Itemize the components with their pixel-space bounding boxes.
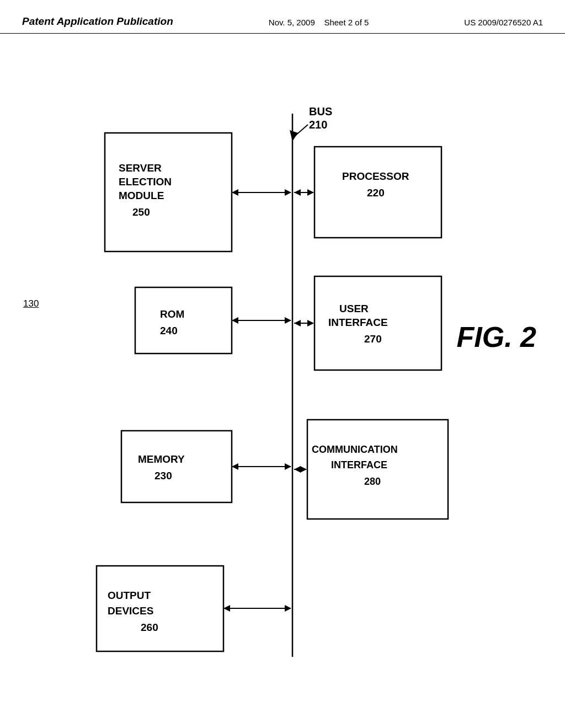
svg-text:USER: USER [339,303,369,314]
svg-marker-28 [294,320,301,326]
bus-num: 210 [309,119,327,131]
svg-text:DEVICES: DEVICES [108,605,153,617]
bus-label: BUS [309,105,332,117]
svg-text:INTERFACE: INTERFACE [328,317,388,328]
svg-marker-15 [294,189,301,196]
svg-rect-30 [121,431,232,502]
svg-marker-12 [232,189,238,196]
svg-text:PROCESSOR: PROCESSOR [342,170,409,182]
svg-marker-26 [285,317,291,324]
svg-text:280: 280 [364,476,381,487]
svg-text:INTERFACE: INTERFACE [331,459,387,470]
svg-marker-49 [285,605,291,612]
svg-text:COMMUNICATION: COMMUNICATION [312,444,398,455]
svg-text:230: 230 [154,470,172,481]
svg-text:220: 220 [367,187,385,199]
svg-marker-16 [307,189,314,196]
svg-marker-39 [285,463,291,470]
svg-text:270: 270 [364,333,382,345]
svg-marker-29 [307,320,314,326]
svg-marker-48 [223,605,230,612]
publication-date: Nov. 5, 2009 Sheet 2 of 5 [269,18,369,27]
svg-text:OUTPUT: OUTPUT [108,590,151,601]
patent-number: US 2009/0276520 A1 [464,18,543,27]
svg-text:ROM: ROM [160,308,184,320]
svg-text:240: 240 [160,325,178,336]
svg-text:ELECTION: ELECTION [119,176,172,188]
svg-text:MODULE: MODULE [119,190,164,201]
svg-marker-25 [232,317,238,324]
publication-title: Patent Application Publication [22,15,173,28]
svg-text:260: 260 [141,622,158,633]
svg-marker-13 [285,189,291,196]
svg-marker-42 [300,466,307,473]
svg-marker-2 [290,130,298,141]
svg-rect-17 [135,287,232,354]
svg-marker-38 [232,463,238,470]
svg-text:MEMORY: MEMORY [138,453,185,465]
block-diagram: BUS 210 PROCESSOR 220 SERVER ELECTION MO… [0,34,565,718]
svg-text:SERVER: SERVER [119,162,162,174]
page-header: Patent Application Publication Nov. 5, 2… [0,0,565,34]
svg-text:250: 250 [132,206,150,218]
svg-marker-41 [294,466,301,473]
diagram-area: 130 FIG. 2 BUS 210 PROCESSOR 220 SERVER … [0,34,565,718]
